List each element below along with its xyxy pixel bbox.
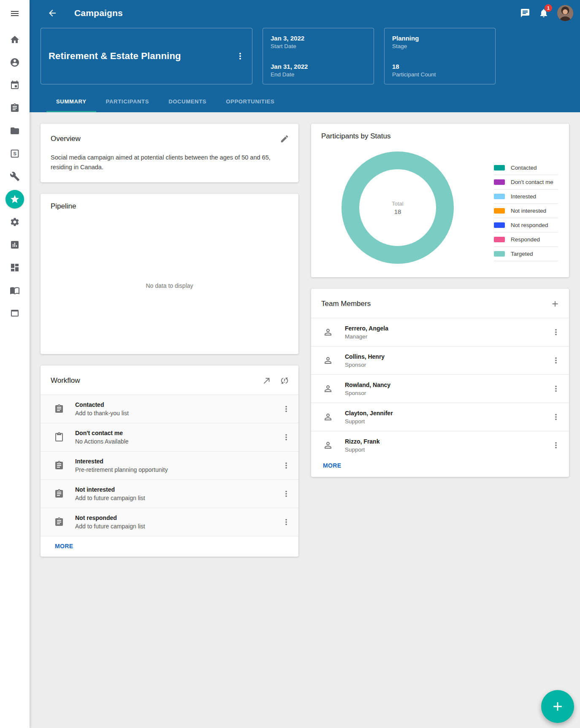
workflow-row-menu-button[interactable] (277, 400, 295, 418)
team-member-row[interactable]: Rizzo, Frank Support (311, 431, 569, 459)
workflow-more-button[interactable]: MORE (55, 543, 73, 549)
member-menu-button[interactable] (547, 323, 565, 341)
team-members-card: Team Members Ferrero, Angela Manager (311, 289, 569, 477)
member-name: Collins, Henry (345, 353, 547, 360)
legend-item[interactable]: Not interested (494, 204, 558, 218)
sidebar-item-contacts[interactable] (5, 53, 24, 72)
kebab-icon (551, 327, 561, 337)
end-date-label: End Date (271, 71, 366, 78)
member-role: Support (345, 418, 547, 425)
top-app-bar: Campaigns 1 (30, 0, 580, 26)
sidebar-item-knowledge[interactable] (5, 281, 24, 300)
sidebar-item-tools[interactable] (5, 167, 24, 186)
kebab-icon (551, 412, 561, 422)
sidebar-item-dashboard[interactable] (5, 258, 24, 277)
notifications-button[interactable]: 1 (534, 4, 553, 22)
workflow-status: Don't contact me (75, 430, 277, 436)
sidebar-item-campaigns[interactable] (5, 190, 24, 208)
workflow-row[interactable]: Interested Pre-retirement planning oppor… (41, 451, 298, 479)
page-title: Campaigns (74, 8, 123, 18)
chat-button[interactable] (516, 4, 534, 22)
sidebar-item-home[interactable] (5, 30, 24, 49)
legend-item[interactable]: Contacted (494, 161, 558, 175)
workflow-action: Add to future campaign list (75, 495, 277, 501)
legend-item[interactable]: Don't contact me (494, 175, 558, 189)
member-name: Clayton, Jennifer (345, 410, 547, 417)
home-icon (10, 35, 20, 45)
assignment-icon (54, 460, 64, 471)
team-member-row[interactable]: Collins, Henry Sponsor (311, 346, 569, 374)
tab-summary[interactable]: SUMMARY (46, 90, 96, 112)
legend-item[interactable]: Targeted (494, 247, 558, 261)
campaign-menu-button[interactable] (231, 47, 249, 65)
workflow-row[interactable]: Not responded Add to future campaign lis… (41, 508, 298, 536)
web-asset-icon (10, 308, 20, 318)
kebab-icon (282, 404, 291, 414)
edit-overview-button[interactable] (276, 130, 293, 148)
legend-item[interactable]: Responded (494, 233, 558, 247)
kebab-icon (282, 517, 291, 527)
right-column: Participants by Status Total 18 (311, 124, 569, 477)
back-button[interactable] (43, 4, 62, 22)
team-member-row[interactable]: Clayton, Jennifer Support (311, 403, 569, 431)
overview-title: Overview (51, 135, 81, 143)
tab-participants[interactable]: PARTICIPANTS (96, 90, 159, 112)
workflow-row[interactable]: Don't contact me No Actions Available (41, 423, 298, 451)
svg-text:S: S (13, 151, 16, 156)
add-team-member-button[interactable] (546, 295, 564, 313)
member-menu-button[interactable] (547, 380, 565, 398)
dashboard-icon (10, 263, 20, 273)
legend-item[interactable]: Interested (494, 189, 558, 204)
sidebar-item-calendar[interactable] (5, 76, 24, 95)
workflow-action: No Actions Available (75, 438, 277, 445)
legend-swatch (494, 165, 505, 170)
workflow-sync-button[interactable] (276, 372, 293, 390)
workflow-row[interactable]: Not interested Add to future campaign li… (41, 479, 298, 508)
team-member-row[interactable]: Rowland, Nancy Sponsor (311, 374, 569, 403)
workflow-row-menu-button[interactable] (277, 428, 295, 446)
sidebar-item-tasks[interactable] (5, 99, 24, 117)
kebab-icon (551, 384, 561, 393)
user-avatar[interactable] (557, 5, 573, 21)
person-icon (323, 355, 333, 365)
legend-item[interactable]: Not responded (494, 218, 558, 233)
arrow-back-icon (47, 8, 57, 18)
calendar-icon (10, 80, 20, 90)
member-menu-button[interactable] (547, 408, 565, 426)
sidebar-item-settings[interactable] (5, 213, 24, 231)
add-fab-button[interactable] (541, 690, 574, 723)
team-member-row[interactable]: Ferrero, Angela Manager (311, 318, 569, 346)
tab-opportunities[interactable]: OPPORTUNITIES (216, 90, 284, 112)
end-date-value: Jan 31, 2022 (271, 63, 366, 70)
menu-icon[interactable] (5, 4, 24, 23)
stage-group: Planning Stage (392, 35, 488, 49)
participant-count-group: 18 Participant Count (392, 63, 488, 78)
sidebar-item-web-accounts[interactable] (5, 304, 24, 322)
person-icon (323, 384, 333, 394)
workflow-row-menu-button[interactable] (277, 485, 295, 503)
workflow-status: Contacted (75, 401, 277, 408)
sidebar-item-speedbar[interactable]: S (5, 144, 24, 163)
campaign-summary-row: Retirement & Estate Planning Jan 3, 2022… (30, 26, 580, 90)
workflow-row-menu-button[interactable] (277, 513, 295, 531)
book-icon (10, 285, 20, 295)
page-header: Campaigns 1 (30, 0, 580, 112)
workflow-action: Add to thank-you list (75, 410, 277, 417)
member-menu-button[interactable] (547, 352, 565, 369)
pencil-icon (280, 134, 289, 143)
workflow-row[interactable]: Contacted Add to thank-you list (41, 395, 298, 423)
member-menu-button[interactable] (547, 436, 565, 454)
tab-documents[interactable]: DOCUMENTS (159, 90, 216, 112)
person-icon (323, 412, 333, 422)
kebab-icon (551, 441, 561, 450)
team-more-button[interactable]: MORE (323, 462, 341, 469)
sidebar-item-reports[interactable] (5, 235, 24, 254)
workflow-open-button[interactable] (258, 372, 276, 390)
legend-swatch (494, 237, 505, 242)
wrench-icon (10, 171, 20, 181)
plus-icon (550, 699, 565, 714)
pipeline-title: Pipeline (51, 202, 76, 211)
donut-total-label: Total (392, 200, 403, 207)
workflow-row-menu-button[interactable] (277, 457, 295, 474)
sidebar-item-documents[interactable] (5, 122, 24, 140)
